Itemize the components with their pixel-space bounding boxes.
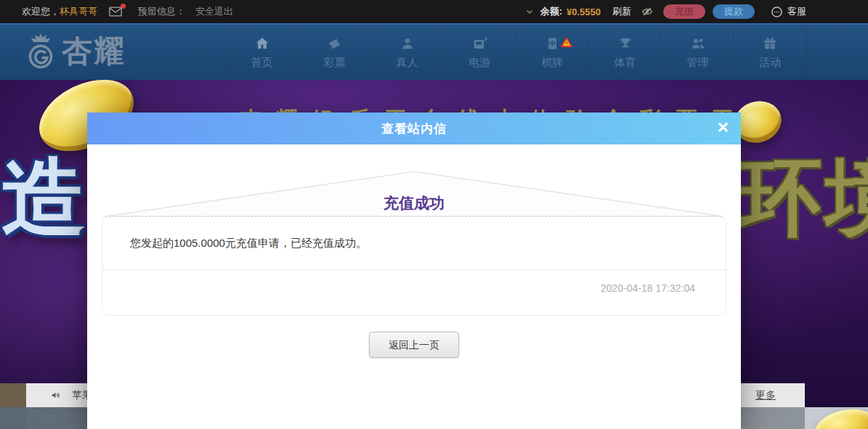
page: 欢迎您， 杯具哥哥 预留信息： 安全退出 余额: ¥0.5550 刷新 [0,0,868,429]
trophy-icon [617,36,633,52]
reserved-info-label: 预留信息： [138,5,185,18]
nav-label: 活动 [759,56,781,70]
envelope-icon[interactable] [109,7,122,17]
top-bar-right: 余额: ¥0.5550 刷新 充值 提款 客服 [524,4,806,19]
site-logo[interactable]: 杏耀 [24,31,126,72]
unread-badge [121,4,126,9]
close-icon[interactable]: ✕ [716,118,729,137]
background-edge-block [0,383,26,407]
nav-label: 管理 [687,56,709,70]
message-title: 充值成功 [87,193,741,213]
logo-text: 杏耀 [62,31,126,72]
ticket-icon [327,36,343,52]
nav-label: 首页 [251,56,273,70]
welcome-label: 欢迎您， [22,5,60,18]
svg-text:中: 中 [548,40,555,47]
balance-value: ¥0.5550 [567,7,601,17]
nav-items: 首页 彩票 真人 [225,25,806,80]
message-timestamp: 2020-04-18 17:32:04 [102,270,726,294]
speaker-icon [49,390,62,401]
refresh-balance-button[interactable]: 刷新 [612,5,631,18]
chevron-down-icon[interactable] [524,7,535,17]
top-bar: 欢迎您， 杯具哥哥 预留信息： 安全退出 余额: ¥0.5550 刷新 [0,0,868,23]
nav-item-lottery[interactable]: 彩票 [298,25,370,80]
nav-label: 彩票 [324,56,346,70]
main-nav: 杏耀 首页 彩票 真人 [0,23,868,80]
deposit-button[interactable]: 充值 [663,4,705,19]
balance-label: 余额: [540,5,562,18]
nav-item-promos[interactable]: 活动 [734,25,806,80]
nav-item-home[interactable]: 首页 [225,25,298,80]
more-link[interactable]: 更多 [755,389,776,402]
banner-big-text-left: 造 [1,155,86,240]
message-body: 您发起的1005.0000元充值申请，已经充值成功。 [102,217,726,270]
chat-bubble-icon [771,6,783,18]
eye-off-icon[interactable] [640,6,654,17]
back-button[interactable]: 返回上一页 [369,332,459,358]
person-icon [399,36,415,52]
users-icon [690,36,706,52]
nav-item-egames[interactable]: 电游 [443,25,516,80]
logout-link[interactable]: 安全退出 [195,5,233,18]
mail-view-modal: 查看站内信 ✕ 充值成功 您发起的1005.0000元充值申请，已经充值成功。 … [87,113,741,429]
slot-machine-icon [472,36,488,52]
home-icon [254,36,270,52]
nav-item-live[interactable]: 真人 [370,25,443,80]
username-link[interactable]: 杯具哥哥 [60,5,97,18]
warning-triangle-icon [560,36,573,49]
nav-item-sports[interactable]: 体育 [588,25,661,80]
nav-item-manage[interactable]: 管理 [661,25,734,80]
nav-label: 体育 [615,56,636,70]
nav-label: 电游 [469,56,491,70]
nav-label: 棋牌 [542,56,564,70]
nav-label: 真人 [397,56,418,70]
message-letter: 您发起的1005.0000元充值申请，已经充值成功。 2020-04-18 17… [102,216,726,316]
background-edge-block [0,407,26,429]
customer-service-button[interactable]: 客服 [771,5,806,18]
withdraw-button[interactable]: 提款 [713,4,755,19]
modal-header: 查看站内信 ✕ [87,113,741,144]
mahjong-tile-icon: 中 [545,36,561,52]
crest-logo-icon [24,31,57,72]
nav-item-boardgames[interactable]: 中 棋牌 [516,25,588,80]
banner-big-text-right: 环境 [738,155,868,240]
modal-title: 查看站内信 [381,120,447,137]
gift-icon [762,36,778,52]
service-label: 客服 [787,5,806,18]
